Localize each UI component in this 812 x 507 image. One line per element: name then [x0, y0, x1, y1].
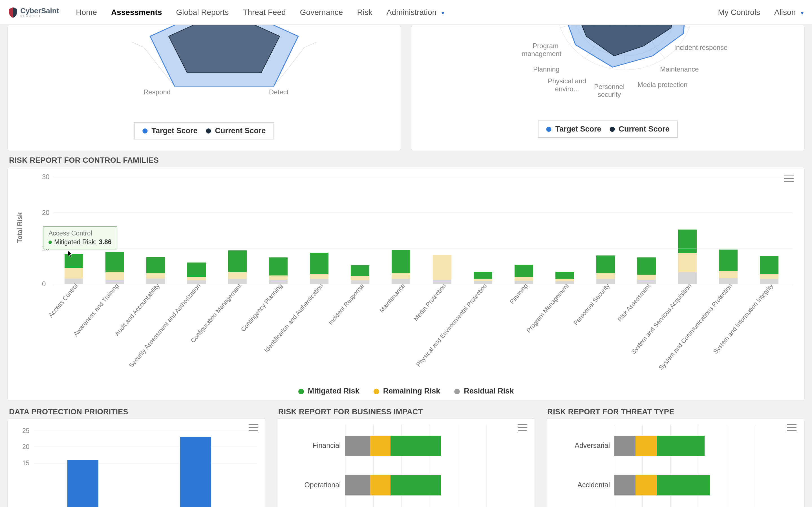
- bar-incident-response[interactable]: [340, 177, 380, 284]
- nav-administration[interactable]: Administration ▾: [387, 8, 444, 17]
- radar-label-physical-env: Physical and enviro...: [547, 77, 587, 93]
- hbar[interactable]: [614, 475, 710, 496]
- hbar-label: Operational: [277, 481, 341, 489]
- dot-dark-icon: [610, 127, 615, 132]
- legend-target[interactable]: Target Score: [142, 126, 197, 135]
- chevron-down-icon: ▾: [801, 10, 804, 16]
- tooltip-dot-icon: [49, 240, 52, 244]
- bar-system-and-services-acquisition[interactable]: [667, 177, 708, 284]
- bar-planning[interactable]: [503, 177, 544, 284]
- nav-global-reports[interactable]: Global Reports: [176, 8, 229, 17]
- hbar-label: Financial: [277, 441, 341, 450]
- risk-families-plot: Access Control Mitigated Risk: 3.86 0102…: [34, 177, 793, 284]
- dot-dark-icon: [206, 128, 211, 133]
- nav-risk[interactable]: Risk: [357, 8, 372, 17]
- business-impact-plot: FinancialOperational: [277, 419, 535, 507]
- nav-user-name: Alison: [774, 8, 796, 17]
- bar-system-and-information-integrity[interactable]: [749, 177, 790, 284]
- legend-target[interactable]: Target Score: [546, 125, 601, 133]
- radar-label-program-mgmt: Program management: [522, 42, 559, 58]
- radar-label-personnel-sec: Personnel security: [591, 83, 627, 99]
- xcat-label: Access Control: [47, 282, 79, 319]
- dp-bar-1[interactable]: [180, 437, 211, 507]
- tooltip-category: Access Control: [49, 230, 112, 237]
- nav-threat-feed[interactable]: Threat Feed: [243, 8, 286, 17]
- radar-label-planning: Planning: [533, 65, 559, 73]
- radar-card-right: Program management Planning Physical and…: [412, 25, 804, 151]
- nav-items: Home Assessments Global Reports Threat F…: [76, 8, 444, 17]
- hbar[interactable]: [614, 436, 705, 456]
- risk-families-legend: Mitigated Risk Remaining Risk Residual R…: [8, 387, 804, 395]
- dot-blue-icon: [546, 127, 551, 132]
- bar-configuration-management[interactable]: [217, 177, 258, 284]
- chart-tooltip: Access Control Mitigated Risk: 3.86: [43, 226, 117, 249]
- radar-label-detect: Detect: [269, 88, 289, 96]
- hbar-label: Adversarial: [546, 441, 610, 450]
- section-title-business-impact: RISK REPORT FOR BUSINESS IMPACT: [278, 407, 535, 416]
- hbar[interactable]: [345, 475, 441, 496]
- xcat-label: Planning: [508, 282, 529, 305]
- radar-card-left: Respond Detect Target Score Current Scor…: [8, 25, 400, 151]
- radar-label-respond: Respond: [144, 88, 170, 96]
- bar-risk-assessment[interactable]: [626, 177, 667, 284]
- legend-current[interactable]: Current Score: [206, 126, 266, 135]
- nav-administration-label: Administration: [387, 8, 437, 17]
- radar-label-incident-resp: Incident response: [674, 44, 727, 52]
- dot-green-icon: [298, 389, 304, 394]
- threat-type-plot: AdversarialAccidental: [546, 419, 804, 507]
- cursor-arrow-icon: [67, 250, 73, 258]
- radar-right-legend: Target Score Current Score: [538, 121, 677, 138]
- dot-grey-icon: [454, 389, 460, 394]
- svg-marker-1: [168, 25, 280, 73]
- legend-mitigated[interactable]: Mitigated Risk: [298, 387, 359, 395]
- tooltip-series: Mitigated Risk:: [54, 238, 97, 246]
- bar-personnel-security[interactable]: [585, 177, 626, 284]
- hbar-label: Accidental: [546, 481, 610, 489]
- bar-maintenance[interactable]: [380, 177, 421, 284]
- hbar[interactable]: [345, 436, 441, 456]
- chevron-down-icon: ▾: [442, 10, 444, 16]
- shield-icon: [8, 7, 17, 18]
- bar-security-assessment-and-authorization[interactable]: [176, 177, 217, 284]
- section-title-data-protection: DATA PROTECTION PRIORITIES: [9, 407, 266, 416]
- bar-physical-and-environmental-protection[interactable]: [462, 177, 503, 284]
- x-categories: Access ControlAwareness and TrainingAudi…: [53, 280, 790, 353]
- bar-contingency-planning[interactable]: [258, 177, 299, 284]
- y-axis-label: Total Risk: [16, 212, 24, 243]
- nav-home[interactable]: Home: [76, 8, 97, 17]
- legend-remaining[interactable]: Remaining Risk: [373, 387, 441, 395]
- business-impact-card: FinancialOperational: [277, 418, 535, 507]
- radar-left-legend: Target Score Current Score: [134, 122, 274, 139]
- bar-media-protection[interactable]: [421, 177, 462, 284]
- dot-yellow-icon: [373, 389, 379, 394]
- radar-label-maintenance: Maintenance: [660, 65, 699, 73]
- nav-governance[interactable]: Governance: [300, 8, 343, 17]
- bar-system-and-communications-protection[interactable]: [708, 177, 749, 284]
- data-protection-plot: 152025: [34, 427, 257, 507]
- nav-assessments[interactable]: Assessments: [111, 8, 162, 17]
- section-title-risk-families: RISK REPORT FOR CONTROL FAMILIES: [9, 156, 804, 165]
- legend-residual[interactable]: Residual Risk: [454, 387, 514, 395]
- brand-logo[interactable]: CyberSaint SECURITY: [8, 7, 59, 18]
- threat-type-card: AdversarialAccidental: [546, 418, 804, 507]
- legend-current[interactable]: Current Score: [610, 125, 670, 133]
- bar-audit-and-accountability[interactable]: [135, 177, 176, 284]
- bar-program-management[interactable]: [544, 177, 585, 284]
- xcat-label: Maintenance: [378, 282, 407, 314]
- top-nav: CyberSaint SECURITY Home Assessments Glo…: [0, 0, 812, 25]
- section-title-threat-type: RISK REPORT FOR THREAT TYPE: [547, 407, 804, 416]
- bars-container: [53, 177, 790, 284]
- tooltip-value: 3.86: [99, 238, 112, 246]
- dot-blue-icon: [142, 128, 147, 133]
- risk-families-card: Total Risk Access Control Mitigated Risk…: [8, 167, 804, 401]
- brand-name: CyberSaint: [20, 7, 59, 14]
- radar-label-media-prot: Media protection: [638, 81, 688, 89]
- bar-identification-and-authentication[interactable]: [299, 177, 340, 284]
- nav-my-controls[interactable]: My Controls: [718, 8, 760, 17]
- nav-right: My Controls Alison ▾: [718, 8, 804, 17]
- data-protection-card: 152025: [8, 418, 266, 507]
- nav-user-menu[interactable]: Alison ▾: [774, 8, 804, 17]
- dp-bar-0[interactable]: [67, 460, 98, 507]
